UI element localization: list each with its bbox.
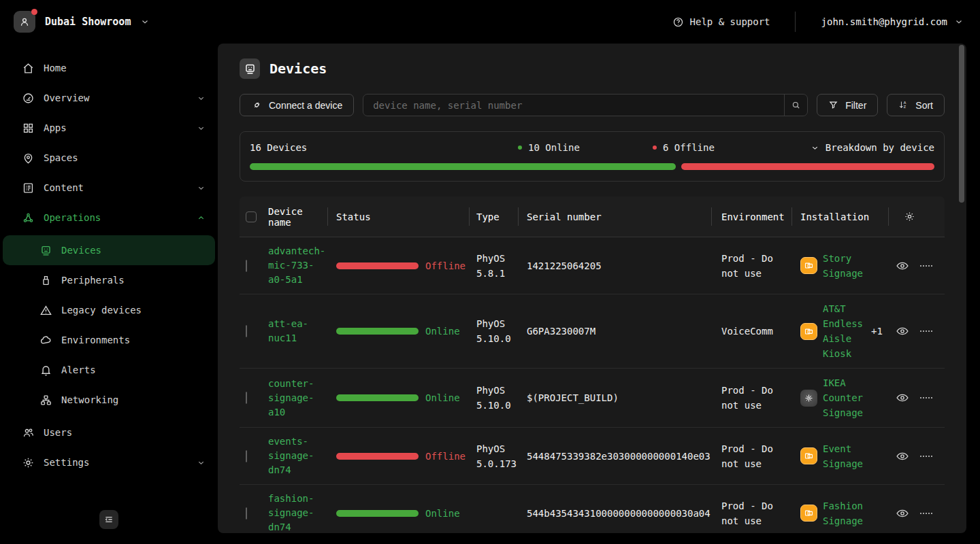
- row-more-button[interactable]: [919, 395, 933, 401]
- col-type: Type: [470, 197, 519, 237]
- collapse-sidebar-icon: [103, 514, 114, 525]
- environment: Prod - Do not use: [712, 441, 792, 471]
- installation-signage-icon: [800, 257, 817, 274]
- sidebar-item-legacy-devices[interactable]: Legacy devices: [3, 295, 215, 325]
- more-dots-icon: [919, 454, 933, 459]
- topbar: Dubai Showroom Help & support john.smith…: [0, 0, 980, 44]
- cloud-icon: [39, 334, 52, 347]
- table-row[interactable]: att-ea-nuc11 Online PhyOS 5.10.0 G6PA323…: [240, 294, 945, 369]
- chevron-down-icon: [811, 143, 819, 152]
- col-status: Status: [328, 197, 470, 237]
- home-icon: [22, 62, 35, 75]
- sidebar-item-users[interactable]: Users: [3, 418, 215, 447]
- installation-link[interactable]: AT&T Endless Aisle Kiosk: [823, 301, 866, 361]
- sidebar-item-label: Environments: [61, 335, 206, 345]
- device-name-link[interactable]: fashion-signage-dn74: [268, 492, 328, 533]
- org-switcher[interactable]: Dubai Showroom: [14, 11, 150, 33]
- connect-device-button[interactable]: Connect a device: [240, 94, 354, 116]
- warning-triangle-icon: [39, 304, 52, 317]
- row-more-button[interactable]: [919, 263, 933, 269]
- offline-indicator-dot: [653, 146, 657, 150]
- status-bar: [336, 328, 419, 335]
- eye-icon: [896, 324, 909, 338]
- installation-snowflake-icon: [800, 390, 817, 407]
- chevron-down-icon: [954, 17, 964, 27]
- chevron-down-icon: [140, 17, 150, 27]
- view-device-button[interactable]: [896, 391, 909, 405]
- sidebar-item-peripherals[interactable]: Peripherals: [3, 265, 215, 295]
- notification-dot: [31, 9, 37, 15]
- select-all-checkbox[interactable]: [246, 211, 257, 222]
- device-name-link[interactable]: counter-signage-a10: [268, 377, 328, 420]
- view-device-button[interactable]: [896, 449, 909, 463]
- offline-bar: [681, 163, 934, 170]
- sidebar-item-apps[interactable]: Apps: [3, 113, 215, 143]
- offline-count: 6 Offline: [663, 142, 715, 153]
- sidebar-collapse-button[interactable]: [99, 510, 118, 529]
- online-bar: [250, 163, 676, 170]
- table-settings-button[interactable]: [889, 197, 945, 237]
- row-checkbox[interactable]: [246, 260, 247, 272]
- sidebar-item-label: Legacy devices: [61, 305, 206, 316]
- installation-link[interactable]: IKEA Counter Signage: [823, 375, 866, 420]
- sidebar-item-environments[interactable]: Environments: [3, 325, 215, 355]
- installation-link[interactable]: Event Signage: [823, 441, 866, 471]
- row-checkbox[interactable]: [246, 450, 247, 462]
- chevron-down-icon: [197, 124, 206, 133]
- sidebar-item-content[interactable]: Content: [3, 173, 215, 203]
- row-more-button[interactable]: [919, 328, 933, 334]
- view-device-button[interactable]: [896, 259, 909, 273]
- plug-icon: [251, 100, 262, 111]
- scrollbar-thumb[interactable]: [959, 45, 964, 203]
- serial-number: G6PA3230007M: [519, 326, 712, 337]
- table-header: Device name Status Type Serial number En…: [240, 197, 945, 237]
- sidebar-item-label: Devices: [61, 245, 206, 256]
- table-row[interactable]: counter-signage-a10 Online PhyOS 5.10.0 …: [240, 369, 945, 428]
- breakdown-label: Breakdown by device: [826, 142, 934, 153]
- help-support-label: Help & support: [690, 16, 770, 27]
- devices-panel: Devices Connect a device Filter: [218, 44, 966, 533]
- sidebar-item-devices[interactable]: Devices: [3, 235, 215, 265]
- view-device-button[interactable]: [896, 324, 909, 338]
- online-indicator-dot: [518, 146, 522, 150]
- row-checkbox[interactable]: [246, 392, 247, 404]
- row-checkbox[interactable]: [246, 507, 247, 520]
- row-more-button[interactable]: [919, 511, 933, 516]
- search-input[interactable]: [363, 95, 784, 116]
- col-serial: Serial number: [519, 197, 712, 237]
- serial-number: 1421225064205: [519, 260, 712, 271]
- device-name-link[interactable]: events-signage-dn74: [268, 435, 328, 477]
- user-menu[interactable]: john.smith@phygrid.com: [821, 16, 964, 27]
- sidebar-item-alerts[interactable]: Alerts: [3, 355, 215, 385]
- sort-button[interactable]: AZ Sort: [887, 94, 945, 116]
- status-label: Online: [425, 508, 460, 519]
- status-bar: [336, 394, 419, 401]
- sidebar-item-settings[interactable]: Settings: [3, 447, 215, 477]
- filter-button[interactable]: Filter: [817, 94, 878, 116]
- search-button[interactable]: [784, 95, 807, 116]
- sidebar-item-operations[interactable]: Operations: [3, 203, 215, 233]
- installation-extra-count[interactable]: +1: [871, 326, 883, 337]
- sidebar-item-networking[interactable]: Networking: [3, 385, 215, 415]
- help-support-link[interactable]: Help & support: [672, 16, 770, 28]
- breakdown-toggle[interactable]: Breakdown by device: [811, 142, 934, 153]
- sidebar-item-home[interactable]: Home: [3, 53, 215, 83]
- sidebar-item-label: Operations: [44, 212, 188, 223]
- installation-link[interactable]: Story Signage: [823, 251, 866, 281]
- view-device-button[interactable]: [896, 507, 909, 520]
- row-more-button[interactable]: [919, 454, 933, 459]
- table-row[interactable]: events-signage-dn74 Offline PhyOS 5.0.17…: [240, 428, 945, 485]
- device-name-link[interactable]: advantech-mic-733-a0-5a1: [268, 244, 328, 287]
- eye-icon: [896, 449, 909, 463]
- status-bar: [336, 453, 419, 460]
- table-row[interactable]: fashion-signage-dn74 Online 544b43543431…: [240, 485, 945, 533]
- sidebar-item-spaces[interactable]: Spaces: [3, 143, 215, 173]
- page-title: Devices: [270, 61, 327, 77]
- table-row[interactable]: advantech-mic-733-a0-5a1 Offline PhyOS 5…: [240, 237, 945, 294]
- device-name-link[interactable]: att-ea-nuc11: [268, 317, 328, 345]
- sidebar-item-label: Overview: [44, 92, 188, 103]
- sidebar-item-overview[interactable]: Overview: [3, 83, 215, 113]
- filter-label: Filter: [845, 100, 866, 111]
- installation-link[interactable]: Fashion Signage: [823, 498, 866, 528]
- row-checkbox[interactable]: [246, 325, 247, 337]
